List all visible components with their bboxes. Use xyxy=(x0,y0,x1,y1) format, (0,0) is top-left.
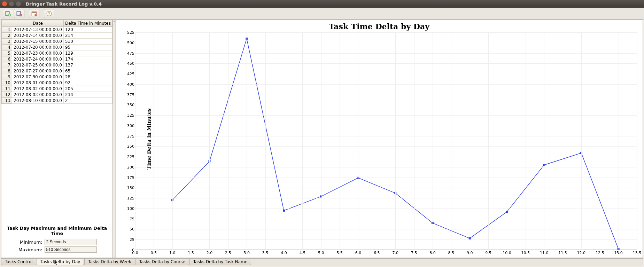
left-pane: Date Delta Time in Minutes 12012-07-13 0… xyxy=(1,20,113,258)
cell-delta[interactable]: 92 xyxy=(63,80,112,86)
row-number: 3 xyxy=(2,39,12,45)
calendar-icon xyxy=(31,10,37,17)
cell-date[interactable]: 2012-08-02 00:00:00.0 xyxy=(12,86,64,92)
cell-delta[interactable]: 205 xyxy=(63,86,112,92)
tab-tasks-control[interactable]: Tasks Control xyxy=(1,259,36,265)
chart-title: Task Time Delta by Day xyxy=(116,20,643,33)
cell-date[interactable]: 2012-07-27 00:00:00.0 xyxy=(12,68,64,74)
tab-tasks-delta-by-task-name[interactable]: Tasks Delta by Task Name xyxy=(189,259,251,265)
table-row[interactable]: 62012-07-24 00:00:00.0174 xyxy=(2,56,112,62)
cell-delta[interactable]: 28 xyxy=(63,74,112,80)
table-row[interactable]: 52012-07-23 00:00:00.0129 xyxy=(2,50,112,56)
cell-date[interactable]: 2012-07-14 00:00:00.0 xyxy=(12,33,64,39)
tab-tasks-delta-by-course[interactable]: Tasks Delta by Course xyxy=(135,259,189,265)
maximum-field[interactable] xyxy=(45,246,97,253)
table-row[interactable]: 122012-08-03 00:00:00.0234 xyxy=(2,92,112,98)
maximum-label: Maximum: xyxy=(17,247,42,252)
new-task-button[interactable] xyxy=(3,9,13,18)
row-number: 11 xyxy=(2,86,12,92)
chart-y-ticks: 0255075100125150175200225250275300325350… xyxy=(123,32,135,250)
cell-delta[interactable]: 214 xyxy=(63,33,112,39)
cell-delta[interactable]: 2 xyxy=(63,98,112,104)
delete-task-icon xyxy=(16,10,22,17)
table-row[interactable]: 32012-07-15 00:00:00.0510 xyxy=(2,39,112,45)
cell-delta[interactable]: 95 xyxy=(63,45,112,50)
summary-panel: Task Day Maximum and Minimum Delta Time … xyxy=(1,222,112,258)
cell-delta[interactable]: 120 xyxy=(63,27,112,33)
window-titlebar: Bringer Task Record Log v.0.4 xyxy=(0,0,644,8)
row-number: 9 xyxy=(2,74,12,80)
row-number: 8 xyxy=(2,68,12,74)
split-pane-divider[interactable] xyxy=(113,20,116,258)
data-table: Date Delta Time in Minutes 12012-07-13 0… xyxy=(1,20,112,104)
cell-delta[interactable]: 234 xyxy=(63,92,112,98)
table-row[interactable]: 132012-08-10 00:00:00.02 xyxy=(2,98,112,104)
main-content: Date Delta Time in Minutes 12012-07-13 0… xyxy=(1,19,643,258)
chart-x-ticks: 0.00.51.01.52.02.53.03.54.04.55.05.56.06… xyxy=(135,251,637,256)
cell-date[interactable]: 2012-07-15 00:00:00.0 xyxy=(12,39,64,45)
svg-rect-5 xyxy=(32,12,37,13)
minimum-field[interactable] xyxy=(45,239,97,245)
table-row[interactable]: 72012-07-25 00:00:00.0137 xyxy=(2,62,112,68)
cell-delta[interactable]: 510 xyxy=(63,39,112,45)
row-number: 2 xyxy=(2,33,12,39)
minimum-label: Minimum: xyxy=(17,239,42,245)
table-row[interactable]: 92012-07-30 00:00:00.028 xyxy=(2,74,112,80)
cell-delta[interactable]: 137 xyxy=(63,62,112,68)
cell-date[interactable]: 2012-07-30 00:00:00.0 xyxy=(12,74,64,80)
table-row[interactable]: 22012-07-14 00:00:00.0214 xyxy=(2,33,112,39)
row-number: 1 xyxy=(2,27,12,33)
summary-title: Task Day Maximum and Minimum Delta Time xyxy=(5,226,109,236)
window-close-button[interactable] xyxy=(2,1,7,6)
tab-tasks-delta-by-day[interactable]: Tasks Delta by Day xyxy=(37,259,84,265)
calendar-button[interactable] xyxy=(29,9,39,18)
data-table-wrap[interactable]: Date Delta Time in Minutes 12012-07-13 0… xyxy=(1,20,112,222)
cell-date[interactable]: 2012-07-20 00:00:00.0 xyxy=(12,45,64,50)
cell-delta[interactable]: 129 xyxy=(63,50,112,56)
cell-date[interactable]: 2012-08-01 00:00:00.0 xyxy=(12,80,64,86)
cell-date[interactable]: 2012-08-10 00:00:00.0 xyxy=(12,98,64,104)
cell-date[interactable]: 2012-08-03 00:00:00.0 xyxy=(12,92,64,98)
col-header-rownum[interactable] xyxy=(2,20,12,27)
cell-delta[interactable]: 65 xyxy=(63,68,112,74)
row-number: 12 xyxy=(2,92,12,98)
row-number: 6 xyxy=(2,56,12,62)
window-title: Bringer Task Record Log v.0.4 xyxy=(26,1,102,7)
cell-date[interactable]: 2012-07-24 00:00:00.0 xyxy=(12,56,64,62)
svg-text:?: ? xyxy=(48,11,50,16)
chart-pane: Task Time Delta by Day Time Delta in Min… xyxy=(116,20,643,258)
toolbar: ? xyxy=(0,8,644,19)
tab-tasks-delta-by-week[interactable]: Tasks Delta by Week xyxy=(84,259,135,265)
col-header-delta[interactable]: Delta Time in Minutes xyxy=(63,20,112,27)
chart-series xyxy=(135,32,637,250)
table-row[interactable]: 112012-08-02 00:00:00.0205 xyxy=(2,86,112,92)
cell-date[interactable]: 2012-07-25 00:00:00.0 xyxy=(12,62,64,68)
cell-date[interactable]: 2012-07-13 00:00:00.0 xyxy=(12,27,64,33)
row-number: 13 xyxy=(2,98,12,104)
row-number: 7 xyxy=(2,62,12,68)
row-number: 4 xyxy=(2,45,12,50)
row-number: 5 xyxy=(2,50,12,56)
table-row[interactable]: 12012-07-13 00:00:00.0120 xyxy=(2,27,112,33)
window-minimize-button[interactable] xyxy=(9,1,14,6)
table-row[interactable]: 82012-07-27 00:00:00.065 xyxy=(2,68,112,74)
delete-task-button[interactable] xyxy=(14,9,24,18)
row-number: 10 xyxy=(2,80,12,86)
table-row[interactable]: 42012-07-20 00:00:00.095 xyxy=(2,45,112,50)
help-button[interactable]: ? xyxy=(44,9,54,18)
col-header-date[interactable]: Date xyxy=(12,20,64,27)
table-row[interactable]: 102012-08-01 00:00:00.092 xyxy=(2,80,112,86)
cell-delta[interactable]: 174 xyxy=(63,56,112,62)
help-icon: ? xyxy=(46,10,52,17)
cell-date[interactable]: 2012-07-23 00:00:00.0 xyxy=(12,50,64,56)
chart-plot-area[interactable] xyxy=(135,32,637,250)
new-task-icon xyxy=(5,10,11,17)
window-maximize-button[interactable] xyxy=(16,1,21,6)
bottom-tabstrip: Tasks ControlTasks Delta by DayTasks Del… xyxy=(1,258,643,266)
